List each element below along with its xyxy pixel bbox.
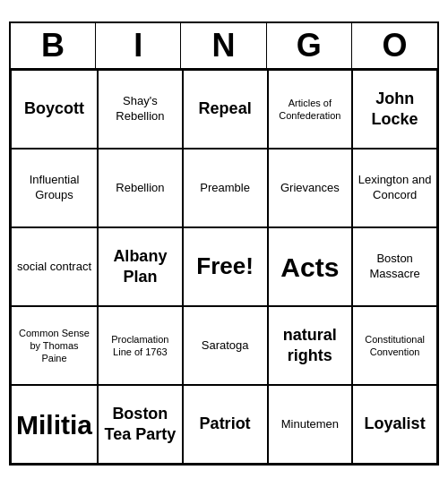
bingo-grid: BoycottShay's RebellionRepealArticles of… [11, 70, 437, 464]
bingo-cell-14: Boston Massacre [352, 227, 437, 306]
bingo-cell-5: Influential Groups [11, 149, 98, 227]
bingo-cell-17: Saratoga [183, 306, 268, 385]
bingo-cell-9: Lexington and Concord [352, 149, 437, 227]
header-letter-i: I [96, 23, 181, 68]
bingo-cell-13: Acts [268, 227, 353, 306]
bingo-cell-4: John Locke [352, 70, 437, 149]
header-letter-n: N [181, 23, 266, 68]
bingo-cell-0: Boycott [11, 70, 98, 149]
bingo-card: BINGO BoycottShay's RebellionRepealArtic… [9, 21, 439, 466]
bingo-cell-19: Constitutional Convention [352, 306, 437, 385]
bingo-cell-21: Boston Tea Party [98, 385, 183, 464]
bingo-header: BINGO [11, 23, 437, 70]
bingo-cell-7: Preamble [183, 149, 268, 227]
bingo-cell-20: Militia [11, 385, 98, 464]
bingo-cell-10: social contract [11, 227, 98, 306]
bingo-cell-12: Free! [183, 227, 268, 306]
bingo-cell-3: Articles of Confederation [268, 70, 353, 149]
header-letter-b: B [11, 23, 96, 68]
bingo-cell-23: Minutemen [268, 385, 353, 464]
bingo-cell-18: natural rights [268, 306, 353, 385]
bingo-cell-24: Loyalist [352, 385, 437, 464]
header-letter-o: O [352, 23, 437, 68]
bingo-cell-6: Rebellion [98, 149, 183, 227]
bingo-cell-22: Patriot [183, 385, 268, 464]
bingo-cell-2: Repeal [183, 70, 268, 149]
bingo-cell-16: Proclamation Line of 1763 [98, 306, 183, 385]
header-letter-g: G [267, 23, 352, 68]
bingo-cell-11: Albany Plan [98, 227, 183, 306]
bingo-cell-1: Shay's Rebellion [98, 70, 183, 149]
bingo-cell-8: Grievances [268, 149, 353, 227]
bingo-cell-15: Common Sense by Thomas Paine [11, 306, 98, 385]
